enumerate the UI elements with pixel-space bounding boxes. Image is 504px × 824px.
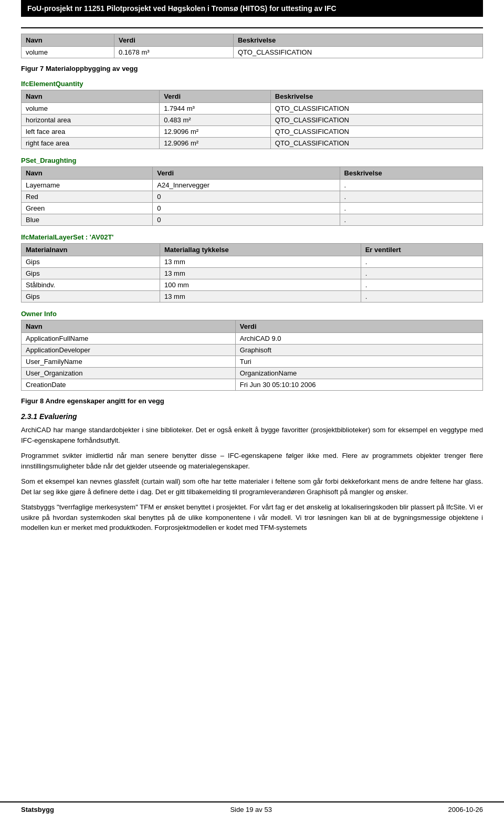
table-cell: QTO_CLASSIFICATION: [270, 138, 482, 149]
iq-col-beskrivelse: Beskrivelse: [270, 90, 482, 103]
body-paragraph: Programmet svikter imidlertid når man se…: [21, 451, 483, 471]
top-col-navn: Navn: [22, 34, 114, 47]
ml-col-tykkelse: Materiallag tykkelse: [160, 244, 361, 256]
table-cell: .: [361, 256, 482, 268]
table-cell: 0.483 m²: [160, 114, 271, 126]
ifc-element-quantity-label: IfcElementQuantity: [21, 80, 483, 88]
table-cell: Gips: [22, 291, 160, 303]
section-heading: 2.3.1 Evaluering: [21, 412, 483, 421]
footer-right: 2006-10-26: [448, 806, 483, 813]
table-cell: .: [361, 268, 482, 279]
top-col-verdi: Verdi: [114, 34, 234, 47]
ifc-element-quantity-table: Navn Verdi Beskrivelse volume1.7944 m³QT…: [21, 90, 483, 149]
ifc-material-table: Materialnavn Materiallag tykkelse Er ven…: [21, 243, 483, 303]
table-cell: QTO_CLASSIFICATION: [270, 114, 482, 126]
table-cell: .: [340, 191, 482, 203]
ifc-material-label: IfcMaterialLayerSet : 'AV02T': [21, 233, 483, 241]
table-cell: 0: [153, 191, 340, 203]
figure7-caption: Figur 7 Materialoppbygging av vegg: [21, 65, 483, 72]
table-cell: right face area: [22, 138, 160, 149]
iq-col-verdi: Verdi: [160, 90, 271, 103]
pd-col-navn: Navn: [22, 167, 153, 180]
table-cell: Turi: [235, 356, 482, 368]
iq-col-navn: Navn: [22, 90, 160, 103]
top-col-beskrivelse: Beskrivelse: [233, 34, 482, 47]
table-cell: ApplicationDeveloper: [22, 345, 236, 356]
table-cell: Gips: [22, 256, 160, 268]
oi-col-verdi: Verdi: [235, 320, 482, 333]
table-cell: CreationDate: [22, 379, 236, 391]
table-cell: .: [361, 279, 482, 291]
table-cell: Fri Jun 30 05:10:10 2006: [235, 379, 482, 391]
table-cell: QTO_CLASSIFICATION: [270, 103, 482, 114]
table-cell: 12.9096 m²: [160, 138, 271, 149]
page-footer: Statsbygg Side 19 av 53 2006-10-26: [0, 801, 504, 813]
footer-center: Side 19 av 53: [230, 806, 272, 813]
table-cell: .: [340, 180, 482, 191]
footer-left: Statsbygg: [21, 806, 54, 813]
table-cell: 0: [153, 203, 340, 214]
owner-info-table: Navn Verdi ApplicationFullNameArchiCAD 9…: [21, 320, 483, 391]
body-paragraph: Som et eksempel kan nevnes glassfelt (cu…: [21, 476, 483, 497]
table-cell: horizontal area: [22, 114, 160, 126]
table-cell: .: [340, 214, 482, 226]
body-text-container: ArchiCAD har mange standardobjekter i si…: [21, 425, 483, 533]
table-cell: Layername: [22, 180, 153, 191]
table-cell: ApplicationFullName: [22, 333, 236, 345]
table-cell: left face area: [22, 126, 160, 138]
table-cell: QTO_CLASSIFICATION: [233, 47, 482, 58]
table-cell: User_Organization: [22, 368, 236, 379]
table-cell: .: [361, 291, 482, 303]
table-cell: 0.1678 m³: [114, 47, 234, 58]
pd-col-verdi: Verdi: [153, 167, 340, 180]
top-table: Navn Verdi Beskrivelse volume0.1678 m³QT…: [21, 34, 483, 58]
table-cell: 0: [153, 214, 340, 226]
table-cell: Red: [22, 191, 153, 203]
table-cell: 12.9096 m²: [160, 126, 271, 138]
table-cell: QTO_CLASSIFICATION: [270, 126, 482, 138]
table-cell: .: [340, 203, 482, 214]
figure8-caption: Figur 8 Andre egenskaper angitt for en v…: [21, 397, 483, 405]
header-divider: [21, 27, 483, 28]
body-paragraph: Statsbyggs "tverrfaglige merkesystem" TF…: [21, 502, 483, 533]
table-cell: A24_Innervegger: [153, 180, 340, 191]
table-cell: Blue: [22, 214, 153, 226]
owner-info-label: Owner Info: [21, 310, 483, 318]
table-cell: 13 mm: [160, 268, 361, 279]
pset-draughting-label: PSet_Draughting: [21, 157, 483, 164]
table-cell: Green: [22, 203, 153, 214]
table-cell: volume: [22, 47, 114, 58]
pd-col-beskrivelse: Beskrivelse: [340, 167, 482, 180]
table-cell: volume: [22, 103, 160, 114]
body-paragraph: ArchiCAD har mange standardobjekter i si…: [21, 425, 483, 445]
table-cell: 100 mm: [160, 279, 361, 291]
header-title: FoU-prosjekt nr 11251 Pilotprosjekt ved …: [27, 4, 337, 13]
ml-col-ventilert: Er ventilert: [361, 244, 482, 256]
table-cell: OrganizationName: [235, 368, 482, 379]
table-cell: Graphisoft: [235, 345, 482, 356]
top-table-wrapper: Navn Verdi Beskrivelse volume0.1678 m³QT…: [21, 34, 483, 58]
oi-col-navn: Navn: [22, 320, 236, 333]
table-cell: Gips: [22, 268, 160, 279]
pset-draughting-table: Navn Verdi Beskrivelse LayernameA24_Inne…: [21, 166, 483, 226]
table-cell: User_FamilyName: [22, 356, 236, 368]
ml-col-materialnavn: Materialnavn: [22, 244, 160, 256]
table-cell: ArchiCAD 9.0: [235, 333, 482, 345]
table-cell: 1.7944 m³: [160, 103, 271, 114]
table-cell: 13 mm: [160, 291, 361, 303]
table-cell: Stålbindv.: [22, 279, 160, 291]
page-header: FoU-prosjekt nr 11251 Pilotprosjekt ved …: [21, 0, 483, 17]
table-cell: 13 mm: [160, 256, 361, 268]
